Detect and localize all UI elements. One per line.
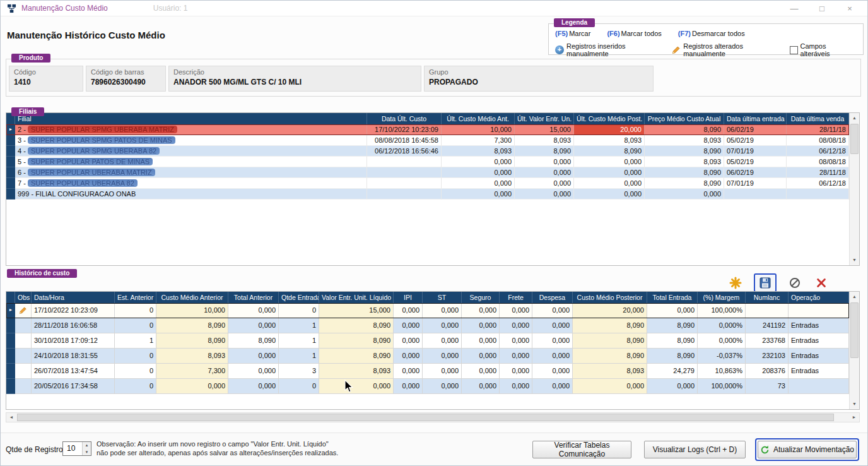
column-header[interactable]: Total Anterior: [228, 292, 279, 303]
scroll-thumb[interactable]: [850, 124, 859, 154]
observation-note: Observação: Ao inserir um novo registro …: [97, 439, 338, 457]
history-cell: 8,090: [228, 333, 279, 349]
scroll-up-button[interactable]: ▲: [850, 292, 859, 302]
column-header[interactable]: Valor Entr. Unit. Líquido: [319, 292, 394, 303]
column-header[interactable]: Preço Médio Custo Atual: [645, 113, 724, 124]
filial-row[interactable]: 5 - SUPER POPULAR PATOS DE MINAS0,0000,0…: [6, 157, 849, 167]
history-row[interactable]: ►17/10/2022 10:23:09010,0000,000015,0000…: [6, 303, 849, 318]
history-cell: [789, 379, 849, 394]
row-indicator: [6, 364, 15, 379]
scroll-thumb[interactable]: [17, 414, 834, 421]
history-cell: 0,000: [394, 349, 423, 364]
record-count-input[interactable]: 10 ▲▼: [62, 441, 91, 456]
column-header[interactable]: (%) Margem: [698, 292, 746, 303]
insert-record-button[interactable]: [727, 275, 744, 291]
history-row[interactable]: 26/07/2018 13:47:5407,3000,00038,0930,00…: [6, 364, 849, 379]
history-cell: 0,000: [423, 318, 462, 333]
history-cell: -0,037%: [698, 349, 746, 364]
filial-cell: 0,000: [442, 178, 515, 189]
filial-row[interactable]: 6 - SUPER POPULAR UBERABA MATRIZ0,0000,0…: [6, 167, 849, 178]
row-indicator: [6, 135, 15, 146]
column-header[interactable]: Total Entrada: [647, 292, 698, 303]
column-header[interactable]: Data Últ. Custo: [367, 113, 442, 124]
column-header[interactable]: Últ. Custo Médio Post.: [574, 113, 645, 124]
legend-key: (F5)Marcar: [555, 30, 590, 37]
filial-row[interactable]: 4 - SUPER POPULAR SPMG UBERABA 8206/12/2…: [6, 146, 849, 157]
column-header[interactable]: Últ. Valor Entr. Un.: [515, 113, 574, 124]
column-header[interactable]: Filial: [15, 113, 367, 124]
editable-fields-label: Campos alteráveis: [801, 42, 854, 57]
update-movement-label: Atualizar Movimentação: [773, 445, 854, 454]
column-header[interactable]: IPI: [394, 292, 423, 303]
filial-name-cell: 999 - FILIAL CONFIGURACAO ONAB: [15, 189, 367, 200]
history-cell: 232103: [746, 349, 789, 364]
verify-tables-button[interactable]: Verificar Tabelas Comunicação: [532, 441, 631, 458]
filiais-vscroll[interactable]: ▲ ▼: [849, 113, 859, 265]
column-header[interactable]: Data última entrada: [724, 113, 787, 124]
scroll-up-button[interactable]: ▲: [850, 113, 859, 123]
column-header[interactable]: Obs: [15, 292, 32, 303]
column-header[interactable]: Frete: [500, 292, 532, 303]
column-header[interactable]: Custo Médio Posterior: [573, 292, 647, 303]
history-cell: 208376: [746, 364, 789, 379]
spin-down-icon[interactable]: ▼: [83, 449, 91, 456]
refresh-icon: [760, 445, 770, 455]
row-indicator: [6, 146, 15, 157]
column-header[interactable]: Est. Anterior: [115, 292, 156, 303]
history-cell: 7,300: [156, 364, 228, 379]
row-indicator: [6, 318, 15, 333]
history-row[interactable]: 20/05/2016 17:34:5800,0000,00000,0000,00…: [6, 379, 849, 394]
filial-cell: 20,000: [574, 124, 645, 135]
history-row[interactable]: 30/10/2018 17:09:1218,0908,09018,0900,00…: [6, 333, 849, 349]
scroll-right-button[interactable]: ►: [849, 413, 859, 422]
update-movement-button[interactable]: Atualizar Movimentação: [758, 441, 857, 458]
scroll-thumb[interactable]: [850, 302, 859, 358]
history-hscroll[interactable]: ◄ ►: [6, 412, 860, 422]
editable-fields-checkbox[interactable]: [790, 46, 798, 54]
column-header[interactable]: Últ. Custo Médio Ant.: [442, 113, 515, 124]
column-header[interactable]: Custo Médio Anterior: [156, 292, 228, 303]
scroll-left-button[interactable]: ◄: [6, 413, 16, 422]
column-header[interactable]: Operação: [789, 292, 849, 303]
filial-row[interactable]: 3 - SUPER POPULAR SPMG PATOS DE MINAS08/…: [6, 135, 849, 146]
field-label: Descrição: [173, 68, 416, 76]
history-vscroll[interactable]: ▲ ▼: [849, 292, 859, 409]
column-header[interactable]: Data/Hora: [32, 292, 115, 303]
field-value: ANADOR 500 MG/ML GTS C/ 10 MLI: [173, 78, 416, 87]
filial-cell: 0,000: [515, 157, 574, 167]
cancel-button[interactable]: [787, 275, 803, 291]
history-header-row: ObsData/HoraEst. AnteriorCusto Médio Ant…: [6, 292, 849, 303]
minimize-button[interactable]: —: [783, 4, 806, 13]
history-cell: 0,000: [423, 333, 462, 349]
history-cell: 0: [279, 379, 319, 394]
delete-button[interactable]: [813, 275, 830, 291]
save-button[interactable]: [754, 273, 777, 292]
spin-up-icon[interactable]: ▲: [83, 442, 91, 449]
filial-row[interactable]: 999 - FILIAL CONFIGURACAO ONAB0,0000,000…: [6, 189, 849, 200]
close-button[interactable]: ×: [838, 4, 861, 13]
history-row[interactable]: 28/11/2018 16:06:5808,0900,00018,0900,00…: [6, 318, 849, 333]
filial-row[interactable]: ►2 - SUPER POPULAR SPMG UBERABA MATRIZ17…: [6, 124, 849, 135]
scroll-down-button[interactable]: ▼: [850, 399, 859, 409]
history-cell: 15,000: [319, 303, 394, 318]
spinner-buttons[interactable]: ▲▼: [82, 442, 91, 455]
history-cell: 8,090: [319, 318, 394, 333]
column-header[interactable]: Seguro: [462, 292, 500, 303]
history-cell: 3: [279, 364, 319, 379]
maximize-button[interactable]: □: [811, 4, 833, 13]
filial-cell: 8,093: [645, 157, 724, 167]
filiais-group: Filiais FilialData Últ. CustoÚlt. Custo …: [6, 112, 860, 266]
row-indicator: [6, 167, 15, 178]
filial-name-cell: 6 - SUPER POPULAR UBERABA MATRIZ: [15, 167, 367, 178]
filial-row[interactable]: 7 - SUPER POPULAR UBERABA 820,0000,0000,…: [6, 178, 849, 189]
scroll-down-button[interactable]: ▼: [850, 255, 859, 265]
column-header[interactable]: Data última venda: [787, 113, 849, 124]
view-logs-button[interactable]: Visualizar Logs (Ctrl + D): [644, 441, 746, 458]
column-header[interactable]: ST: [423, 292, 462, 303]
column-header[interactable]: Numlanc: [746, 292, 789, 303]
history-cell: 8,093: [319, 364, 394, 379]
column-header[interactable]: Despesa: [532, 292, 573, 303]
history-cell: 0,000: [394, 364, 423, 379]
column-header[interactable]: Qtde Entrada: [279, 292, 319, 303]
history-row[interactable]: 24/10/2018 18:31:5508,0930,00018,0900,00…: [6, 349, 849, 364]
